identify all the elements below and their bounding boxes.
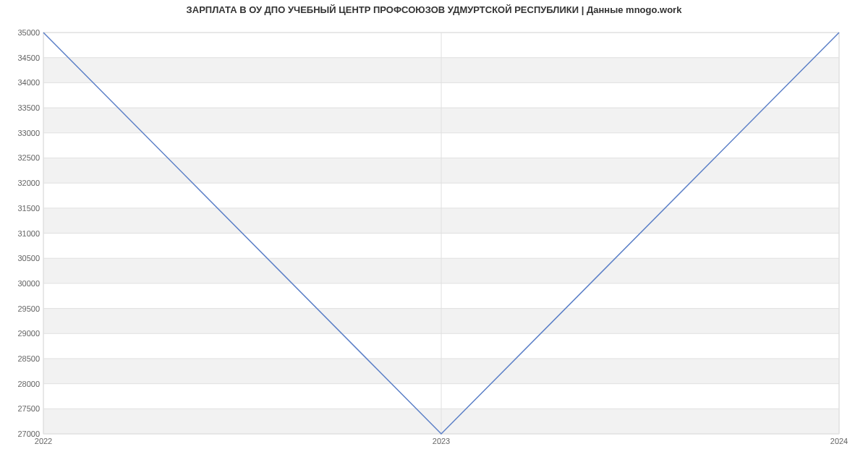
y-tick-label: 30000 xyxy=(4,279,40,288)
plot-area xyxy=(43,33,839,434)
y-tick-label: 35000 xyxy=(4,28,40,37)
y-tick-label: 29500 xyxy=(4,304,40,313)
x-tick-label: 2022 xyxy=(35,437,52,445)
y-tick-label: 32500 xyxy=(4,153,40,162)
y-tick-label: 30500 xyxy=(4,254,40,262)
y-tick-label: 34000 xyxy=(4,78,40,87)
y-tick-label: 31500 xyxy=(4,204,40,213)
x-tick-label: 2024 xyxy=(830,437,848,445)
y-tick-label: 31000 xyxy=(4,229,40,238)
y-tick-label: 29000 xyxy=(4,329,40,338)
y-tick-label: 28500 xyxy=(4,354,40,363)
x-tick-label: 2023 xyxy=(433,437,450,445)
y-tick-label: 28000 xyxy=(4,380,40,388)
line-chart: ЗАРПЛАТА В ОУ ДПО УЧЕБНЫЙ ЦЕНТР ПРОФСОЮЗ… xyxy=(0,0,868,470)
y-tick-label: 33000 xyxy=(4,129,40,137)
chart-title: ЗАРПЛАТА В ОУ ДПО УЧЕБНЫЙ ЦЕНТР ПРОФСОЮЗ… xyxy=(0,4,868,15)
y-tick-label: 33500 xyxy=(4,103,40,112)
y-tick-label: 34500 xyxy=(4,54,40,62)
y-tick-label: 27500 xyxy=(4,404,40,413)
y-tick-label: 32000 xyxy=(4,179,40,187)
chart-svg xyxy=(43,33,839,434)
